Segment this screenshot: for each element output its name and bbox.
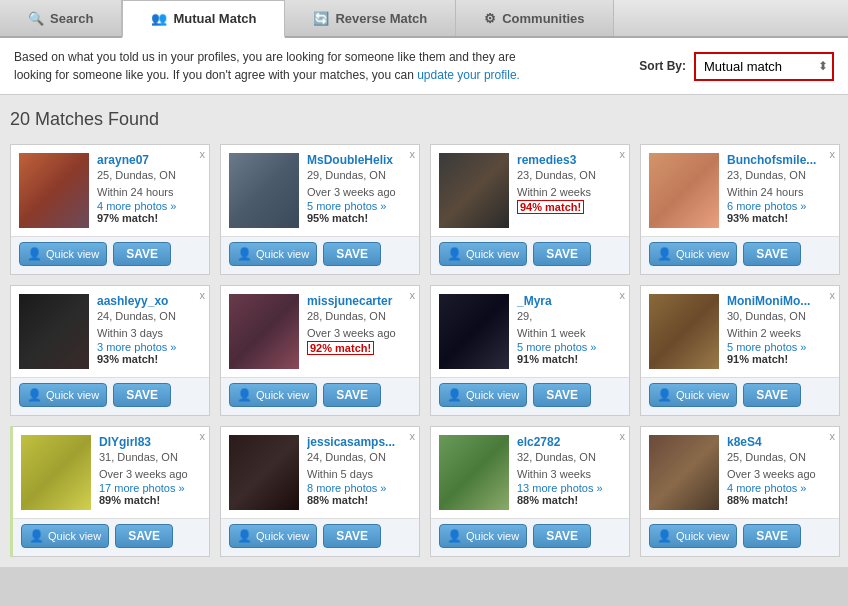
save-button[interactable]: SAVE bbox=[323, 524, 381, 548]
close-button[interactable]: x bbox=[410, 149, 416, 160]
save-button[interactable]: SAVE bbox=[533, 242, 591, 266]
last-active: Within 2 weeks bbox=[727, 325, 831, 342]
save-button[interactable]: SAVE bbox=[115, 524, 173, 548]
username[interactable]: aashleyy_xo bbox=[97, 294, 201, 308]
quick-view-button[interactable]: Quick view bbox=[229, 242, 317, 266]
update-profile-link[interactable]: update your profile. bbox=[417, 68, 520, 82]
card-top: Bunchofsmile... 23, Dundas, ON Within 24… bbox=[641, 145, 839, 236]
photo-count[interactable]: 4 more photos » bbox=[727, 482, 831, 494]
username[interactable]: arayne07 bbox=[97, 153, 201, 167]
close-button[interactable]: x bbox=[830, 431, 836, 442]
card-info: MsDoubleHelix 29, Dundas, ON Over 3 week… bbox=[307, 153, 411, 228]
card-info: arayne07 25, Dundas, ON Within 24 hours … bbox=[97, 153, 201, 228]
match-card: x aashleyy_xo 24, Dundas, ON Within 3 da… bbox=[10, 285, 210, 416]
save-button[interactable]: SAVE bbox=[743, 524, 801, 548]
photo-count[interactable]: 4 more photos » bbox=[97, 200, 201, 212]
card-actions: Quick view SAVE bbox=[431, 377, 629, 415]
photo-count[interactable]: 3 more photos » bbox=[97, 341, 201, 353]
close-button[interactable]: x bbox=[410, 290, 416, 301]
photo-count[interactable]: 5 more photos » bbox=[307, 200, 411, 212]
quick-view-button[interactable]: Quick view bbox=[649, 383, 737, 407]
quick-view-button[interactable]: Quick view bbox=[19, 242, 107, 266]
username[interactable]: Bunchofsmile... bbox=[727, 153, 831, 167]
save-button[interactable]: SAVE bbox=[533, 524, 591, 548]
matches-row-1: x arayne07 25, Dundas, ON Within 24 hour… bbox=[10, 144, 838, 275]
quick-view-button[interactable]: Quick view bbox=[229, 383, 317, 407]
photo-count[interactable]: 8 more photos » bbox=[307, 482, 411, 494]
save-button[interactable]: SAVE bbox=[113, 383, 171, 407]
quickview-icon bbox=[657, 529, 672, 543]
username[interactable]: elc2782 bbox=[517, 435, 621, 449]
info-text: Based on what you told us in your profil… bbox=[14, 48, 520, 84]
save-button[interactable]: SAVE bbox=[323, 242, 381, 266]
match-card: x elc2782 32, Dundas, ON Within 3 weeks … bbox=[430, 426, 630, 557]
username[interactable]: missjunecarter bbox=[307, 294, 411, 308]
photo-count[interactable]: 17 more photos » bbox=[99, 482, 201, 494]
last-active: Over 3 weeks ago bbox=[727, 466, 831, 483]
age-location: 30, Dundas, ON bbox=[727, 308, 831, 325]
tab-mutual-label: Mutual Match bbox=[173, 11, 256, 26]
username[interactable]: _Myra bbox=[517, 294, 621, 308]
match-percent: 91% match! bbox=[517, 353, 621, 365]
age-location: 25, Dundas, ON bbox=[97, 167, 201, 184]
close-button[interactable]: x bbox=[410, 431, 416, 442]
quickview-icon bbox=[27, 247, 42, 261]
photo-count[interactable]: 5 more photos » bbox=[517, 341, 621, 353]
last-active: Within 5 days bbox=[307, 466, 411, 483]
photo-count[interactable]: 13 more photos » bbox=[517, 482, 621, 494]
close-button[interactable]: x bbox=[620, 431, 626, 442]
info-line1: Based on what you told us in your profil… bbox=[14, 50, 516, 64]
tab-bar: Search Mutual Match Reverse Match Commun… bbox=[0, 0, 848, 38]
username[interactable]: DIYgirl83 bbox=[99, 435, 201, 449]
close-button[interactable]: x bbox=[620, 149, 626, 160]
save-button[interactable]: SAVE bbox=[533, 383, 591, 407]
card-actions: Quick view SAVE bbox=[431, 236, 629, 274]
quick-view-button[interactable]: Quick view bbox=[229, 524, 317, 548]
close-button[interactable]: x bbox=[620, 290, 626, 301]
close-button[interactable]: x bbox=[830, 290, 836, 301]
close-button[interactable]: x bbox=[200, 149, 206, 160]
close-button[interactable]: x bbox=[200, 431, 206, 442]
username[interactable]: MoniMoniMo... bbox=[727, 294, 831, 308]
quick-view-button[interactable]: Quick view bbox=[21, 524, 109, 548]
tab-mutual[interactable]: Mutual Match bbox=[122, 0, 285, 38]
match-card: x DIYgirl83 31, Dundas, ON Over 3 weeks … bbox=[10, 426, 210, 557]
card-actions: Quick view SAVE bbox=[11, 377, 209, 415]
profile-photo bbox=[19, 153, 89, 228]
match-percent: 97% match! bbox=[97, 212, 201, 224]
username[interactable]: MsDoubleHelix bbox=[307, 153, 411, 167]
quick-view-button[interactable]: Quick view bbox=[19, 383, 107, 407]
photo-count[interactable]: 6 more photos » bbox=[727, 200, 831, 212]
save-button[interactable]: SAVE bbox=[113, 242, 171, 266]
match-percent: 89% match! bbox=[99, 494, 201, 506]
quick-view-button[interactable]: Quick view bbox=[439, 242, 527, 266]
quickview-icon bbox=[657, 388, 672, 402]
tab-reverse-label: Reverse Match bbox=[335, 11, 427, 26]
profile-photo bbox=[21, 435, 91, 510]
quick-view-button[interactable]: Quick view bbox=[439, 524, 527, 548]
save-button[interactable]: SAVE bbox=[743, 242, 801, 266]
quick-view-button[interactable]: Quick view bbox=[649, 524, 737, 548]
match-percent: 93% match! bbox=[97, 353, 201, 365]
username[interactable]: remedies3 bbox=[517, 153, 621, 167]
sort-select[interactable]: Mutual match Newest Most photos Last log… bbox=[694, 52, 834, 81]
username[interactable]: jessicasamps... bbox=[307, 435, 411, 449]
card-info: jessicasamps... 24, Dundas, ON Within 5 … bbox=[307, 435, 411, 510]
close-button[interactable]: x bbox=[830, 149, 836, 160]
save-button[interactable]: SAVE bbox=[743, 383, 801, 407]
tab-reverse[interactable]: Reverse Match bbox=[285, 0, 456, 36]
save-button[interactable]: SAVE bbox=[323, 383, 381, 407]
card-info: remedies3 23, Dundas, ON Within 2 weeks … bbox=[517, 153, 621, 228]
username[interactable]: k8eS4 bbox=[727, 435, 831, 449]
age-location: 24, Dundas, ON bbox=[97, 308, 201, 325]
tab-search[interactable]: Search bbox=[0, 0, 122, 36]
photo-count[interactable]: 5 more photos » bbox=[727, 341, 831, 353]
match-card: x remedies3 23, Dundas, ON Within 2 week… bbox=[430, 144, 630, 275]
close-button[interactable]: x bbox=[200, 290, 206, 301]
card-actions: Quick view SAVE bbox=[221, 377, 419, 415]
match-percent: 95% match! bbox=[307, 212, 411, 224]
quick-view-button[interactable]: Quick view bbox=[439, 383, 527, 407]
tab-communities[interactable]: Communities bbox=[456, 0, 613, 36]
quickview-icon bbox=[447, 529, 462, 543]
quick-view-button[interactable]: Quick view bbox=[649, 242, 737, 266]
